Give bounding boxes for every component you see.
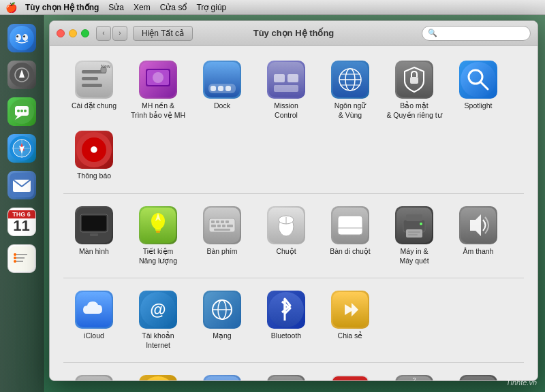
traffic-lights xyxy=(57,29,89,37)
svg-rect-82 xyxy=(214,229,230,231)
pref-desktop[interactable]: MH nền &Trình bảo vệ MH xyxy=(127,56,189,124)
icon-grid-hardware: Màn hình Tiết kiệmNăng lượng Bàn phím xyxy=(63,202,524,270)
pref-sound[interactable]: Âm thanh xyxy=(448,202,509,270)
svg-rect-78 xyxy=(211,225,216,227)
pref-sharing[interactable]: Chia sẻ xyxy=(320,287,381,354)
svg-point-12 xyxy=(20,110,23,112)
pref-icloud[interactable]: iCloud xyxy=(63,287,125,354)
svg-point-29 xyxy=(14,260,16,263)
pref-timemachine[interactable]: Time Machine xyxy=(448,371,509,380)
svg-rect-80 xyxy=(222,225,225,227)
pref-bluetooth[interactable]: Bluetooth xyxy=(255,287,317,354)
svg-rect-109 xyxy=(76,376,112,380)
menu-view[interactable]: Xem xyxy=(134,3,151,12)
svg-rect-127 xyxy=(461,376,496,380)
dock-item-finder[interactable] xyxy=(5,22,38,54)
pref-security[interactable]: Bảo mật& Quyền riêng tư xyxy=(384,56,445,124)
icon-grid-personal: New Cài đặt chung MH nền &Trình bảo vệ M… xyxy=(63,56,524,185)
svg-text:New: New xyxy=(101,64,111,69)
apple-menu[interactable]: 🍎 xyxy=(5,2,17,13)
pref-trackpad[interactable]: Bàn di chuột xyxy=(320,202,381,270)
menu-window[interactable]: Cửa sổ xyxy=(160,3,187,12)
pref-parental[interactable]: Kiểm soátcủa Phụ huynh xyxy=(127,371,189,380)
pref-label-network: Mạng xyxy=(213,331,231,341)
close-button[interactable] xyxy=(57,29,65,37)
menu-system-prefs[interactable]: Tùy chọn Hệ thống xyxy=(25,3,99,12)
search-icon: 🔍 xyxy=(428,29,437,37)
svg-text:?: ? xyxy=(412,376,416,380)
pref-printer[interactable]: Máy in &Máy quét xyxy=(384,202,445,270)
nav-buttons: ‹ › xyxy=(96,26,127,41)
menu-help[interactable]: Trợ giúp xyxy=(196,3,226,12)
svg-rect-92 xyxy=(406,214,422,221)
pref-notify[interactable]: ● Thông báo xyxy=(63,127,125,185)
menu-edit[interactable]: Sửa xyxy=(108,3,124,12)
pref-label-printer: Máy in &Máy quét xyxy=(399,247,429,265)
svg-rect-42 xyxy=(211,86,216,91)
svg-point-4 xyxy=(23,35,25,37)
pref-label-desktop: MH nền &Trình bảo vệ MH xyxy=(131,101,185,120)
dock-item-calendar[interactable]: THG 6 11 xyxy=(5,206,38,238)
pref-label-notify: Thông báo xyxy=(77,172,111,181)
show-all-button[interactable]: Hiện Tất cả xyxy=(133,26,193,41)
pref-label-bluetooth: Bluetooth xyxy=(271,331,301,341)
dock-item-reminders[interactable] xyxy=(5,242,38,275)
pref-datetime[interactable]: THG 6 18 Ngày & Giờ xyxy=(320,371,381,380)
svg-point-57 xyxy=(461,62,496,97)
pref-appstore[interactable]: A App Store xyxy=(191,371,253,380)
pref-label-energy: Tiết kiệmNăng lượng xyxy=(139,247,177,265)
window-title: Tùy chọn Hệ thống xyxy=(253,28,334,38)
pref-users[interactable]: Người dùng &Nhóm xyxy=(63,371,125,380)
pref-label-spotlight: Spotlight xyxy=(465,101,493,111)
pref-startup-disk[interactable]: ? Ổ đĩaKhởi động xyxy=(384,371,445,380)
pref-keyboard[interactable]: Bàn phím xyxy=(191,202,253,270)
search-box[interactable]: 🔍 xyxy=(422,26,531,41)
maximize-button[interactable] xyxy=(81,29,89,37)
pref-label-display: Màn hình xyxy=(79,247,109,257)
back-button[interactable]: ‹ xyxy=(96,26,111,41)
svg-rect-79 xyxy=(217,225,221,227)
system-prefs-window: ‹ › Hiện Tất cả Tùy chọn Hệ thống 🔍 New … xyxy=(49,20,538,381)
pref-label-sound: Âm thanh xyxy=(463,247,494,257)
dock-item-launchpad[interactable] xyxy=(5,59,38,91)
section-hardware: Màn hình Tiết kiệmNăng lượng Bàn phím xyxy=(63,202,524,278)
dock-item-safari[interactable] xyxy=(5,132,38,165)
titlebar: ‹ › Hiện Tất cả Tùy chọn Hệ thống 🔍 xyxy=(50,21,538,46)
pref-mission[interactable]: MissionControl xyxy=(255,56,317,124)
pref-spotlight[interactable]: Spotlight xyxy=(448,56,509,124)
pref-dictation[interactable]: Đọc chính tả& Đọc văn bản xyxy=(255,371,317,380)
svg-rect-65 xyxy=(82,216,106,231)
dock-item-messages[interactable] xyxy=(5,95,38,128)
pref-language[interactable]: Ngôn ngữ& Vùng xyxy=(320,56,381,124)
svg-point-1 xyxy=(16,34,21,41)
pref-mouse[interactable]: Chuột xyxy=(255,202,317,270)
svg-rect-93 xyxy=(406,229,422,238)
pref-label-security: Bảo mật& Quyền riêng tư xyxy=(386,101,441,120)
svg-point-112 xyxy=(140,376,176,380)
pref-label-dock: Dock xyxy=(214,101,230,111)
pref-label-sharing: Chia sẻ xyxy=(338,331,363,341)
pref-internet-accounts[interactable]: @ Tài khoảnInternet xyxy=(127,287,189,354)
icon-grid-system: Người dùng &Nhóm Kiểm soátcủa Phụ huynh … xyxy=(63,371,524,380)
dock-item-mail[interactable] xyxy=(5,169,38,201)
svg-rect-74 xyxy=(211,220,215,223)
svg-point-96 xyxy=(420,223,422,225)
pref-energy[interactable]: Tiết kiệmNăng lượng xyxy=(127,202,189,270)
minimize-button[interactable] xyxy=(69,29,77,37)
svg-point-2 xyxy=(22,34,28,41)
svg-rect-88 xyxy=(338,216,362,235)
pref-display[interactable]: Màn hình xyxy=(63,202,125,270)
section-internet: iCloud @ Tài khoảnInternet Mạng xyxy=(63,287,524,363)
svg-rect-77 xyxy=(225,220,229,223)
pref-network[interactable]: Mạng xyxy=(191,287,253,354)
pref-general[interactable]: New Cài đặt chung xyxy=(63,56,125,124)
menubar: 🍎 Tùy chọn Hệ thống Sửa Xem Cửa sổ Trợ g… xyxy=(0,0,545,15)
pref-dock[interactable]: Dock xyxy=(191,56,253,124)
svg-rect-43 xyxy=(218,86,223,91)
svg-point-13 xyxy=(24,110,27,112)
pref-label-general: Cài đặt chung xyxy=(72,101,116,111)
svg-rect-95 xyxy=(408,234,418,235)
forward-button[interactable]: › xyxy=(112,26,127,41)
svg-rect-46 xyxy=(274,74,285,82)
svg-point-39 xyxy=(153,72,164,83)
